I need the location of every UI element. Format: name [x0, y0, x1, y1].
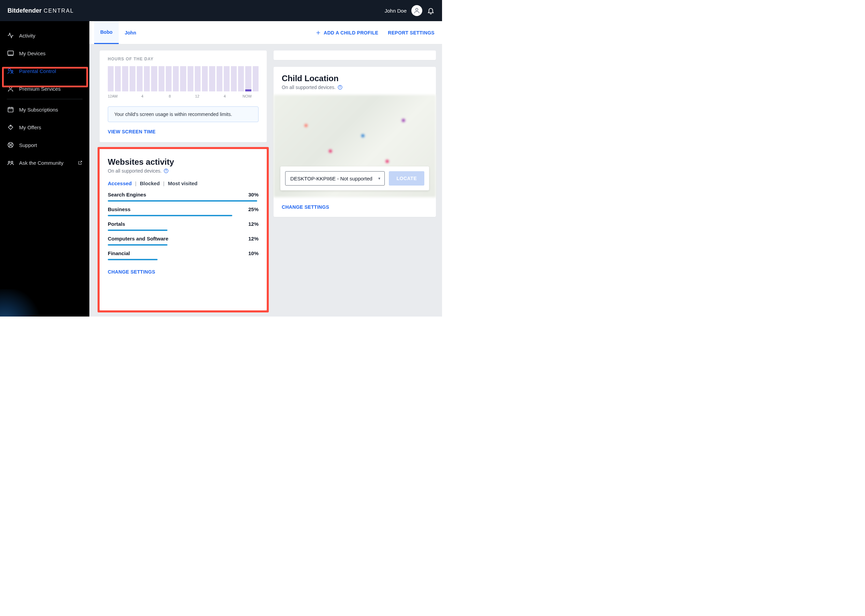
svg-point-18 [416, 8, 418, 11]
websites-tab-most-visited[interactable]: Most visited [168, 181, 198, 186]
category-bar-fill [108, 259, 158, 260]
category-label: Portals [108, 221, 125, 227]
websites-tab-blocked[interactable]: Blocked [140, 181, 160, 186]
hour-bar [195, 66, 201, 91]
sidebar-art [0, 289, 44, 316]
child-location-card: Child Location On all supported devices.… [273, 67, 436, 217]
activity-icon [7, 32, 14, 39]
svg-rect-5 [8, 107, 13, 112]
websites-tab-accessed[interactable]: Accessed [108, 181, 132, 186]
devices-icon [7, 50, 14, 57]
hour-bar [173, 66, 179, 91]
hour-tick [201, 94, 207, 98]
device-select[interactable]: DESKTOP-KKPII6E - Not supported [285, 171, 385, 185]
topbar: Bitdefender CENTRAL John Doe [0, 0, 442, 21]
svg-point-17 [11, 161, 13, 163]
notifications-button[interactable] [427, 7, 435, 14]
sidebar-item-label: My Offers [19, 124, 41, 130]
main: Bobo John ADD A CHILD PROFILE REPORT SET… [89, 21, 442, 316]
action-label: ADD A CHILD PROFILE [324, 30, 378, 36]
svg-point-2 [8, 69, 11, 71]
svg-line-12 [8, 143, 9, 144]
add-child-profile-button[interactable]: ADD A CHILD PROFILE [316, 30, 378, 36]
website-category-row: Portals12% [108, 221, 259, 231]
sidebar-item-activity[interactable]: Activity [0, 27, 89, 44]
hour-tick [181, 94, 186, 98]
location-subtitle: On all supported devices. [282, 85, 428, 90]
category-bar-track [108, 244, 259, 245]
hour-bar [217, 66, 222, 91]
user-icon [413, 7, 420, 14]
category-bar-track [108, 200, 259, 201]
category-percent: 10% [248, 250, 259, 256]
svg-line-15 [12, 143, 13, 144]
hour-tick [146, 94, 152, 98]
view-screen-time-link[interactable]: VIEW SCREEN TIME [108, 129, 155, 134]
websites-title: Websites activity [108, 157, 259, 167]
svg-point-3 [11, 70, 13, 72]
hour-bar [108, 66, 114, 91]
tab-john[interactable]: John [119, 21, 142, 44]
username[interactable]: John Doe [385, 8, 407, 14]
hour-bar [231, 66, 237, 91]
svg-point-23 [166, 170, 166, 170]
locate-button[interactable]: LOCATE [389, 171, 424, 185]
action-label: REPORT SETTINGS [388, 30, 435, 36]
hour-tick: 8 [167, 94, 173, 98]
svg-point-9 [10, 126, 11, 127]
tab-label: John [125, 30, 136, 36]
hour-tick [133, 94, 138, 98]
sidebar-item-offers[interactable]: My Offers [0, 118, 89, 136]
map-container: DESKTOP-KKPII6E - Not supported LOCATE [273, 95, 436, 197]
hour-bar [130, 66, 135, 91]
hour-bar [166, 66, 171, 91]
website-category-row: Computers and Software12% [108, 236, 259, 245]
hour-bar [115, 66, 121, 91]
logo-sub: CENTRAL [44, 8, 74, 14]
category-label: Computers and Software [108, 236, 168, 242]
websites-change-settings-link[interactable]: CHANGE SETTINGS [108, 269, 155, 275]
sidebar-item-premium[interactable]: Premium Services [0, 80, 89, 97]
hour-tick: 4 [222, 94, 228, 98]
hour-bar [202, 66, 208, 91]
hour-tick: 4 [140, 94, 145, 98]
logo[interactable]: Bitdefender CENTRAL [8, 7, 74, 14]
website-category-row: Business25% [108, 206, 259, 216]
category-percent: 30% [248, 192, 259, 198]
category-label: Search Engines [108, 192, 146, 198]
info-icon[interactable] [338, 85, 342, 90]
external-link-icon [78, 160, 83, 165]
category-bar-track [108, 215, 259, 216]
sidebar-item-support[interactable]: Support [0, 136, 89, 154]
support-icon [7, 141, 14, 148]
hour-bar [122, 66, 128, 91]
tab-label: Bobo [100, 29, 113, 35]
category-bar-fill [108, 200, 257, 201]
hour-tick [215, 94, 221, 98]
hour-tick: 12AM [108, 94, 118, 98]
hour-bar [224, 66, 229, 91]
report-settings-button[interactable]: REPORT SETTINGS [388, 30, 435, 36]
sidebar-item-devices[interactable]: My Devices [0, 44, 89, 62]
sidebar-item-label: Ask the Community [19, 160, 63, 166]
map-controls: DESKTOP-KKPII6E - Not supported LOCATE [280, 167, 429, 190]
tab-bobo[interactable]: Bobo [94, 21, 119, 44]
sidebar-item-parental-control[interactable]: Parental Control [0, 62, 89, 80]
svg-point-11 [10, 144, 12, 146]
sidebar-item-subscriptions[interactable]: My Subscriptions [0, 101, 89, 118]
device-select-value: DESKTOP-KKPII6E - Not supported [290, 176, 372, 181]
hour-tick [174, 94, 179, 98]
premium-icon [7, 85, 14, 92]
hours-axis: 12AM48124NOW [108, 94, 259, 98]
sidebar-item-community[interactable]: Ask the Community [0, 154, 89, 171]
hour-bar [238, 66, 244, 91]
websites-tabs: Accessed | Blocked | Most visited [108, 181, 259, 186]
location-change-settings-link[interactable]: CHANGE SETTINGS [282, 204, 329, 210]
previous-card-stub [273, 50, 436, 60]
screen-usage-info: Your child's screen usage is within reco… [108, 107, 259, 122]
svg-rect-0 [8, 51, 14, 55]
info-icon[interactable] [164, 168, 168, 173]
category-percent: 25% [248, 206, 259, 212]
subscriptions-icon [7, 106, 14, 113]
avatar[interactable] [411, 5, 422, 16]
